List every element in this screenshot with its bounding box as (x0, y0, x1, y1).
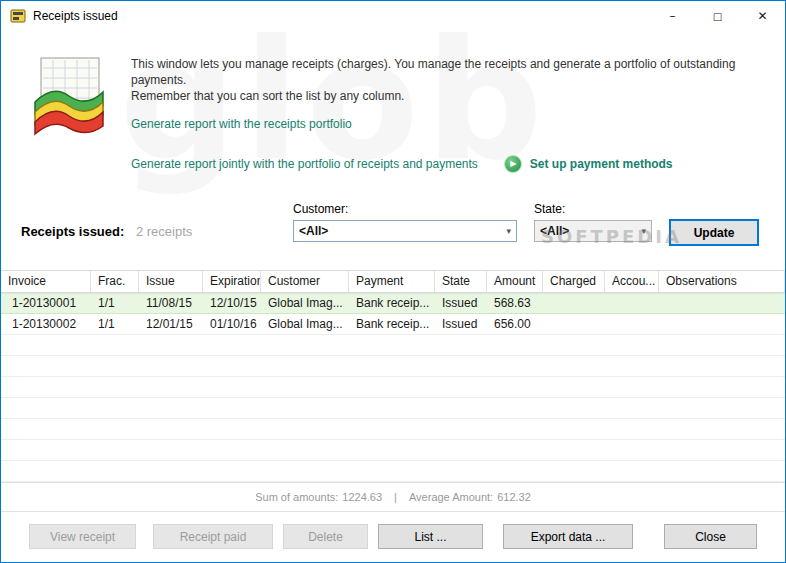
close-button[interactable]: ✕ (740, 1, 785, 31)
table-body: 1-201300011/111/08/1512/10/15Global Imag… (1, 293, 785, 482)
titlebar: Receipts issued – □ ✕ (1, 1, 785, 31)
table-cell: Issued (435, 314, 487, 334)
column-header[interactable]: Observations (659, 271, 785, 292)
table-cell (605, 293, 659, 313)
chevron-down-icon: ▾ (641, 226, 646, 236)
table-cell: 656.00 (487, 314, 543, 334)
delete-button[interactable]: Delete (283, 524, 368, 549)
table-cell: Global Imag... (261, 293, 349, 313)
status-bar: Sum of amounts:1224.63 | Average Amount:… (1, 482, 785, 512)
window-title: Receipts issued (33, 9, 118, 23)
status-separator: | (394, 491, 397, 503)
table-cell (543, 314, 605, 334)
table-cell: 1/1 (91, 314, 139, 334)
intro-line1: This window lets you manage receipts (ch… (131, 57, 735, 87)
intro-description: This window lets you manage receipts (ch… (131, 56, 755, 104)
receipts-issued-window: Receipts issued – □ ✕ glob (0, 0, 786, 563)
receipts-count: 2 receipts (136, 224, 192, 239)
intro-section: This window lets you manage receipts (ch… (1, 31, 785, 196)
receipts-summary: Receipts issued: 2 receipts (21, 224, 192, 239)
state-filter-group: State: <All> ▾ (534, 202, 652, 242)
customer-filter-group: Customer: <All> ▾ (293, 202, 517, 242)
column-header[interactable]: Customer (261, 271, 349, 292)
receipt-paid-button[interactable]: Receipt paid (153, 524, 273, 549)
receipts-chart-icon (31, 56, 109, 196)
setup-payment-methods-link[interactable]: Set up payment methods (530, 157, 673, 171)
receipts-issued-label: Receipts issued: (21, 224, 124, 239)
table-header-row: InvoiceFrac.IssueExpirationCustomerPayme… (1, 271, 785, 293)
intro-line2: Remember that you can sort the list by a… (131, 89, 404, 103)
column-header[interactable]: Issue (139, 271, 203, 292)
column-header[interactable]: Expiration (203, 271, 261, 292)
empty-row (1, 356, 785, 377)
avg-label: Average Amount: (409, 491, 493, 503)
minimize-icon: – (670, 9, 676, 23)
empty-row (1, 440, 785, 461)
window-controls: – □ ✕ (650, 1, 785, 31)
customer-dropdown-value: <All> (299, 224, 328, 238)
column-header[interactable]: Invoice (1, 271, 91, 292)
table-cell: Global Imag... (261, 314, 349, 334)
empty-row (1, 335, 785, 356)
generate-joint-report-link[interactable]: Generate report jointly with the portfol… (131, 157, 478, 171)
column-header[interactable]: Payment (349, 271, 435, 292)
filter-row: Receipts issued: 2 receipts Customer: <A… (1, 196, 785, 266)
intro-link-row: Generate report jointly with the portfol… (131, 155, 755, 173)
table-cell: 1/1 (91, 293, 139, 313)
column-header[interactable]: Frac. (91, 271, 139, 292)
close-icon: ✕ (757, 9, 767, 23)
empty-row (1, 461, 785, 482)
view-receipt-button[interactable]: View receipt (29, 524, 136, 549)
chevron-down-icon: ▾ (506, 226, 511, 236)
maximize-icon: □ (713, 11, 722, 22)
maximize-button[interactable]: □ (695, 1, 740, 31)
table-cell: 1-20130001 (1, 293, 91, 313)
table-cell: 01/10/16 (203, 314, 261, 334)
table-cell (659, 314, 785, 334)
column-header[interactable]: Accou... (605, 271, 659, 292)
table-cell: Issued (435, 293, 487, 313)
table-cell: 11/08/15 (139, 293, 203, 313)
table-row[interactable]: 1-201300021/112/01/1501/10/16Global Imag… (1, 314, 785, 335)
customer-label: Customer: (293, 202, 517, 216)
table-cell: 568.63 (487, 293, 543, 313)
empty-row (1, 419, 785, 440)
table-cell (605, 314, 659, 334)
sum-label: Sum of amounts: (255, 491, 338, 503)
sum-value: 1224.63 (342, 491, 382, 503)
intro-text: This window lets you manage receipts (ch… (131, 56, 755, 196)
table-cell (543, 293, 605, 313)
table-cell: 12/10/15 (203, 293, 261, 313)
table-cell: Bank receip... (349, 293, 435, 313)
column-header[interactable]: Amount (487, 271, 543, 292)
avg-value: 612.32 (497, 491, 531, 503)
play-icon: ▶ (504, 155, 522, 173)
column-header[interactable]: Charged (543, 271, 605, 292)
update-button[interactable]: Update (669, 219, 759, 246)
receipts-table: InvoiceFrac.IssueExpirationCustomerPayme… (1, 270, 785, 482)
empty-row (1, 377, 785, 398)
customer-dropdown[interactable]: <All> ▾ (293, 220, 517, 242)
list-button[interactable]: List ... (378, 524, 483, 549)
state-dropdown[interactable]: <All> ▾ (534, 220, 652, 242)
generate-report-link[interactable]: Generate report with the receipts portfo… (131, 117, 352, 131)
column-header[interactable]: State (435, 271, 487, 292)
app-icon (10, 8, 26, 24)
button-row: View receipt Receipt paid Delete List ..… (1, 512, 785, 549)
minimize-button[interactable]: – (650, 1, 695, 31)
table-cell (659, 293, 785, 313)
play-glyph: ▶ (510, 160, 516, 168)
state-label: State: (534, 202, 652, 216)
close-dialog-button[interactable]: Close (664, 524, 757, 549)
export-data-button[interactable]: Export data ... (503, 524, 633, 549)
table-cell: Bank receip... (349, 314, 435, 334)
table-cell: 12/01/15 (139, 314, 203, 334)
state-dropdown-value: <All> (540, 224, 569, 238)
empty-row (1, 398, 785, 419)
table-cell: 1-20130002 (1, 314, 91, 334)
table-row[interactable]: 1-201300011/111/08/1512/10/15Global Imag… (1, 293, 785, 314)
